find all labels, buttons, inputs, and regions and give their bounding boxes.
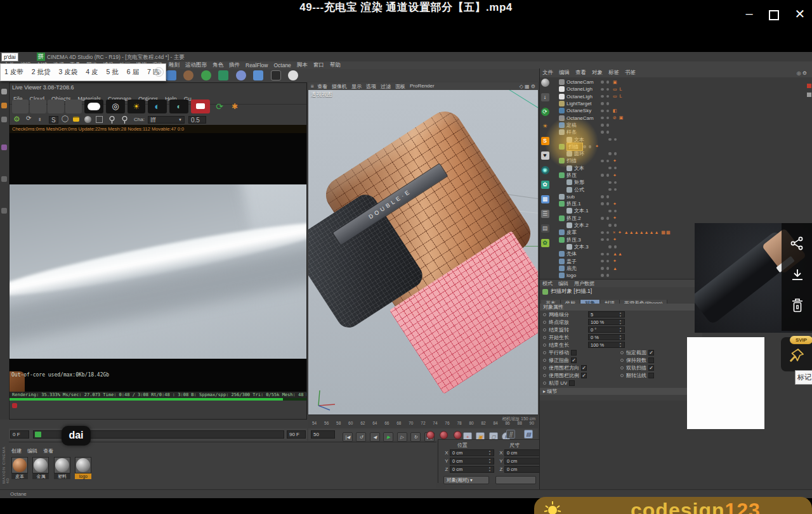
object-tags[interactable]: ▭ L [613, 94, 622, 99]
ime-candidate[interactable]: 4 皮 [86, 68, 98, 77]
visibility-dots[interactable] [583, 145, 591, 148]
menu-item[interactable]: 帮助 [330, 61, 341, 69]
visibility-dots[interactable] [601, 274, 609, 277]
layers-icon[interactable]: ▤ [541, 224, 549, 233]
param-field[interactable]: 100 % [588, 319, 625, 325]
menu-item[interactable]: 选项 [366, 83, 376, 90]
object-tree-row[interactable]: 挤压 ✦ [551, 172, 811, 179]
timeline-playhead[interactable] [35, 432, 41, 437]
dock-icon[interactable] [1, 145, 7, 150]
menu-item[interactable]: ProRender [410, 83, 435, 90]
coord-field[interactable]: 0 cm [450, 458, 494, 465]
frame-ruler[interactable]: 相机缩放 150 cm 5456586062646668707274767880… [308, 414, 538, 428]
trash-icon[interactable] [790, 297, 805, 314]
render-target-icon[interactable]: ◎ [106, 100, 125, 113]
environment-tool-icon[interactable] [253, 70, 263, 80]
viewport-canvas[interactable]: 透视视图 DOUBLE·E [308, 90, 538, 414]
ime-candidate[interactable]: 1 皮带 [4, 68, 23, 77]
attr-tab[interactable]: 坐标 [561, 300, 580, 304]
checkbox[interactable]: ✓ [648, 350, 654, 356]
object-tree-row[interactable]: 挤压.1 ✦ [551, 200, 811, 207]
download-arrow-icon[interactable]: ↓ [541, 93, 549, 101]
visibility-dots[interactable] [601, 102, 609, 105]
param-field[interactable]: 0 ° [588, 326, 625, 333]
visibility-dots[interactable] [601, 174, 609, 177]
minimize-button[interactable]: – [740, 6, 759, 21]
deformer-tool-icon[interactable] [236, 70, 246, 80]
refresh-icon[interactable]: ⟳ [26, 115, 31, 122]
flower-icon[interactable]: ✿ [541, 181, 549, 189]
material-item[interactable]: logo [75, 457, 92, 479]
play-button[interactable]: ▶ [383, 432, 393, 442]
menu-item[interactable]: 窗口 [313, 61, 324, 69]
octane-camera-button[interactable] [191, 100, 210, 113]
coords-secondary-dropdown[interactable] [495, 476, 536, 484]
pen-tool-icon[interactable] [183, 70, 193, 80]
material-item[interactable]: 塑料 [54, 457, 71, 479]
sketchfab-icon[interactable]: S [541, 137, 549, 145]
visibility-dots[interactable] [601, 217, 609, 220]
material-thumbnail[interactable] [11, 457, 28, 473]
attr-details-header[interactable]: ▸ 细节 [540, 388, 702, 395]
visibility-dots[interactable] [608, 210, 617, 213]
viewport-view-label[interactable]: 透视视图 [311, 91, 332, 99]
settings-gear-icon[interactable]: ⚙ [13, 115, 20, 124]
texture-env-icon[interactable]: ◐ [169, 100, 188, 113]
menu-item[interactable]: RealFlow [246, 62, 268, 68]
channel-param-field[interactable]: 0.5 [188, 116, 206, 124]
object-tree-row[interactable]: LightTarget [551, 100, 811, 107]
visibility-dots[interactable] [601, 231, 609, 235]
object-tags[interactable]: ✦ [613, 173, 617, 178]
menu-item[interactable]: 编辑 [559, 69, 570, 77]
material-item[interactable]: 金属 [32, 457, 49, 479]
attr-section-header[interactable]: 对象属性 [540, 304, 702, 311]
object-tags[interactable]: ▣ [613, 80, 618, 85]
menu-item[interactable]: 摄像机 [332, 83, 347, 90]
param-field[interactable]: 0 % [588, 334, 625, 340]
ime-candidate[interactable]: 5 批 [107, 68, 119, 77]
object-tree-row[interactable]: OctaneCam ⊘ ▣ [551, 114, 811, 121]
dock-icon[interactable] [1, 117, 7, 122]
pin-button[interactable]: SVIP [781, 337, 812, 371]
sphere-tool-icon[interactable] [201, 70, 211, 80]
menu-item[interactable]: 雕刻 [169, 61, 180, 69]
visibility-dots[interactable] [601, 260, 609, 263]
share-icon[interactable] [790, 236, 805, 251]
timeline-window-icon[interactable]: ▤ [524, 430, 533, 439]
checkbox[interactable] [648, 373, 654, 378]
menu-item[interactable]: Octane [273, 62, 291, 68]
channel-dropdown[interactable]: Iff▼ [148, 116, 185, 124]
visibility-dots[interactable] [601, 202, 609, 205]
object-tree-row[interactable]: OctaneCam ▣ [551, 79, 811, 86]
recycle-icon[interactable]: ⟳ [541, 108, 549, 116]
ime-candidate[interactable]: 6 届 [127, 68, 139, 77]
object-tags[interactable]: ▲▲ [613, 252, 623, 256]
clay-mode-icon[interactable]: ◯ [62, 115, 69, 122]
object-tags[interactable]: ✦ [595, 144, 599, 149]
object-tree-row[interactable]: 文本 [551, 165, 811, 172]
edge-dock-icon[interactable] [807, 93, 811, 97]
ime-composition[interactable]: p'dai [1, 53, 18, 61]
param-field[interactable]: 5 [588, 311, 625, 318]
visibility-dots[interactable] [601, 110, 609, 113]
visibility-dots[interactable] [601, 131, 609, 134]
edge-dock-icon[interactable] [807, 84, 811, 88]
visibility-dots[interactable] [601, 80, 609, 84]
object-tree-row[interactable]: sub [551, 193, 811, 200]
visibility-dots[interactable] [608, 167, 617, 170]
visibility-dots[interactable] [601, 195, 609, 198]
viewport-menu-icon[interactable]: ≡ [311, 83, 314, 89]
heart-icon[interactable]: ♥ [541, 151, 549, 160]
menu-item[interactable]: 用户数据 [574, 280, 594, 287]
object-tree-row[interactable]: 矩形 [551, 179, 811, 186]
menu-item[interactable]: 创建 [11, 448, 22, 454]
menu-item[interactable]: 过滤 [381, 83, 391, 90]
menu-item[interactable]: 面板 [395, 83, 405, 90]
attr-tab[interactable]: 封顶 [600, 300, 620, 304]
cube-tool-icon[interactable] [166, 70, 176, 80]
ball-preview-icon[interactable] [84, 116, 91, 123]
object-tree-row[interactable]: 公式 [551, 186, 811, 193]
play-loop-button[interactable]: ↻ [410, 432, 421, 442]
menu-item[interactable]: 查看 [43, 448, 53, 454]
daylight-icon[interactable]: ◐ [148, 100, 167, 113]
